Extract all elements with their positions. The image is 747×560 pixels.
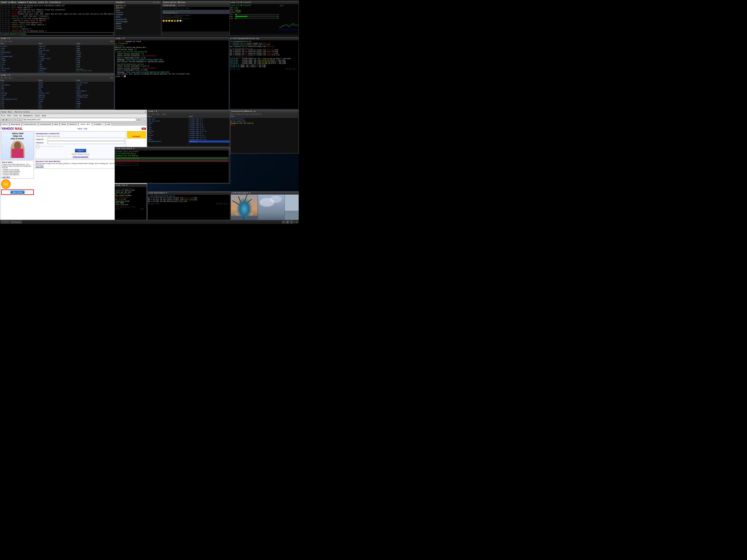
taskbar-btn-stiri[interactable]: ⊞ Stiri <box>1 220 9 223</box>
terminal-wget-titlebar[interactable]: vside root # <box>115 184 147 187</box>
browser-menu-file[interactable]: File <box>1 114 5 117</box>
irc-user-item[interactable]: CosmInG <box>115 14 161 16</box>
conv-tab-conversation[interactable]: Conversation <box>162 4 177 6</box>
browser-tab-item[interactable]: Stiri <box>1 123 9 126</box>
browser-tab-yahoomail[interactable]: Yahoo! Mail <box>79 123 92 126</box>
irc-user-item[interactable]: HAPPYY <box>115 23 161 25</box>
irc-user-item[interactable]: +vside <box>115 28 161 30</box>
yahoo-pwd-row: Password <box>36 141 125 144</box>
img-viewer-titlebar[interactable]: vside DownloadsJC # <box>231 192 299 195</box>
irc-titlebar[interactable]: Canal cu Bere, sambata 5 martie, orele 1… <box>0 1 114 4</box>
yahoo-mailplus-link[interactable]: Learn more <box>36 166 44 167</box>
browser-back-btn[interactable]: ◀ <box>1 118 5 121</box>
browser-tab-item[interactable]: Cracks/Serials <box>22 123 38 126</box>
yahoo-link-help2[interactable]: Help <box>84 128 87 130</box>
fm1-titlebar[interactable]: vside / # <box>0 37 114 40</box>
img-thumb-3 <box>285 195 299 223</box>
browser-menu-view[interactable]: View <box>13 114 18 117</box>
terminal-wget-content: ← /var/ftp2/newsconf/ 74.8.0.247 HTTP/1.… <box>115 187 147 223</box>
browser-fwd-btn[interactable]: ▶ <box>5 118 9 121</box>
terminal-accesslog-titlebar[interactable]: ▪ /var/log/apache2/access.log <box>230 37 299 40</box>
browser-menu-go[interactable]: Go <box>19 114 22 117</box>
terminal-download-titlebar[interactable]: vside DownloadsJC # <box>148 192 230 195</box>
browser-title: Yahoo! Mail - Mozilla Firefox <box>1 111 30 113</box>
yahoo-promo: Yahoo! Mailhelps mestay in touch. <box>1 131 34 160</box>
browser-menubar: File Edit View Go Bookmarks Tools Help <box>0 114 147 117</box>
yahoo-hp-badge: HP <box>142 128 146 130</box>
terminal-accesslog: ▪ /var/log/apache2/access.log /var/log/a… <box>229 37 299 109</box>
yahoo-signup-button[interactable]: Sign Up Now <box>10 191 24 194</box>
fm3-titlebar[interactable]: vside / # <box>148 110 230 113</box>
browser-menu-tools[interactable]: Tools <box>35 114 40 117</box>
irc-user-item[interactable]: jarod_ <box>115 25 161 28</box>
browser-close-icon[interactable]: ✕ <box>145 111 146 113</box>
fm5-col1-content: /Terminations/3 Burton Smeby/JFG Headban… <box>230 118 298 153</box>
img-thumb-2 <box>258 195 285 223</box>
taskbar-tray-icon3[interactable]: ⚙ <box>290 220 293 223</box>
browser-tabs: Stiri Developing Cracks/Serials Linux/Sy… <box>0 122 147 126</box>
fm5-toolbar: Burton Smeby/JFG Rip.as Block/Do.bz2 <box>230 113 299 115</box>
irc-user-item[interactable]: @[BLITZ] <box>115 7 161 9</box>
img-thumb-1 <box>231 195 258 223</box>
yahoo-signup-cta: Sign Up Now <box>1 189 34 195</box>
irc-user-item[interactable]: gargoyle_Rk <box>115 19 161 21</box>
browser-menu-help[interactable]: Help <box>42 114 46 117</box>
yahoo-link-help[interactable]: Yahoo! <box>77 128 82 130</box>
taskbar: ⊞ Stiri Developing ✉ 🔊 ⚙ 2:34 <box>0 220 299 224</box>
browser-tab-item[interactable]: Developing <box>9 123 22 126</box>
sysinfo-titlebar[interactable]: Linux 2.6.10-trevulf2 <box>230 1 299 4</box>
browser-titlebar[interactable]: Yahoo! Mail - Mozilla Firefox ✕ <box>0 110 147 114</box>
irc-user-item[interactable]: catalin <box>115 11 161 14</box>
browser-tab-item[interactable]: Anunturi <box>68 123 78 126</box>
irc-users-titlebar[interactable]: ChanServ 18 users <box>115 1 161 4</box>
fm5-titlebar[interactable]: Terminations/3#Reactor_us <box>230 110 299 113</box>
fm1-col2-content: .gpm-0,0 .grm v2 .grp_private .gtk .hotl… <box>38 45 76 73</box>
browser-toolbar: ◀ ▶ ✕ ↻ 🏠 Go 🔍 <box>0 117 147 122</box>
yahoo-pwd-input[interactable] <box>48 141 125 144</box>
conv-titlebar[interactable]: Conversation Options <box>162 1 232 4</box>
taskbar-btn-developing[interactable]: Developing <box>10 220 22 223</box>
yahoo-signin-button[interactable]: Sign In <box>75 149 86 152</box>
browser-tab-item[interactable]: freshmat... <box>92 123 105 126</box>
taskbar-tray-icon2[interactable]: 🔊 <box>286 220 289 223</box>
browser-menu-bookmarks[interactable]: Bookmarks <box>23 114 33 117</box>
irc-user-item[interactable]: hallucin1gen <box>115 21 161 23</box>
conv-tab-options[interactable]: Options <box>177 4 187 6</box>
terminal-download: vside DownloadsJC # → /var/ftp2/newsconf… <box>147 191 230 223</box>
yahoo-learn-more-link[interactable]: Learn More <box>2 176 10 178</box>
fm3-col1: Name /gpt-dev /gpt-dev-v0.0 /grub /hw /i… <box>148 115 189 147</box>
fm3-col2-hdr: Name <box>189 115 230 118</box>
fm2-col3-header: Name <box>76 79 114 82</box>
irc-user-item[interactable]: @gentoo_ro <box>115 5 161 7</box>
browser-url-input[interactable] <box>22 118 136 121</box>
browser-menu-edit[interactable]: Edit <box>7 114 11 117</box>
fm3-title: vside / # <box>148 110 157 112</box>
yahoo-woman-image <box>10 140 25 158</box>
taskbar-tray-icon1[interactable]: ✉ <box>282 220 285 223</box>
browser-tab-myx[interactable]: myX <box>106 123 112 126</box>
yahoo-id-input[interactable] <box>48 138 125 141</box>
yahoo-toplinks: Yahoo! - Help <box>77 128 87 130</box>
browser-search-btn[interactable]: 🔍 <box>141 118 146 121</box>
img-viewer-content <box>231 195 299 223</box>
browser-tab-item[interactable]: Shops <box>60 123 68 126</box>
yahoo-forgot-link[interactable]: Forgot your password? <box>36 156 125 158</box>
browser-home-btn[interactable]: 🏠 <box>18 118 22 121</box>
browser-tab-item[interactable]: Hack <box>53 123 59 126</box>
yahoo-remember-checkbox[interactable] <box>36 145 39 148</box>
browser-go-btn[interactable]: Go <box>136 118 141 121</box>
fm2-titlebar[interactable]: vside / # <box>0 74 114 77</box>
browser-tab-item[interactable]: Linux/System <box>38 123 53 126</box>
irc-title: Canal cu Bere, sambata 5 martie, orele 1… <box>1 1 61 3</box>
irc-message-input[interactable] <box>20 33 113 35</box>
browser-stop-btn[interactable]: ✕ <box>9 118 13 121</box>
irc-chat-window: Canal cu Bere, sambata 5 martie, orele 1… <box>0 1 114 36</box>
irc-user-item[interactable]: ayan <box>115 9 161 12</box>
irc-users-panel: ChanServ 18 users @gentoo_ro @[BLITZ] ay… <box>114 1 161 36</box>
irc-user-item[interactable]: d3v1l <box>115 16 161 19</box>
terminal-apt-titlebar[interactable]: vside DownloadsJC # <box>115 147 229 150</box>
yahoo-bullet1: • 250MB of email storage <box>2 169 33 170</box>
terminal-main-titlebar[interactable]: vside / # <box>115 37 229 40</box>
browser-refresh-btn[interactable]: ↻ <box>13 118 17 121</box>
irc-input-area: FreeNode #gentoo-ro <box>0 32 114 35</box>
